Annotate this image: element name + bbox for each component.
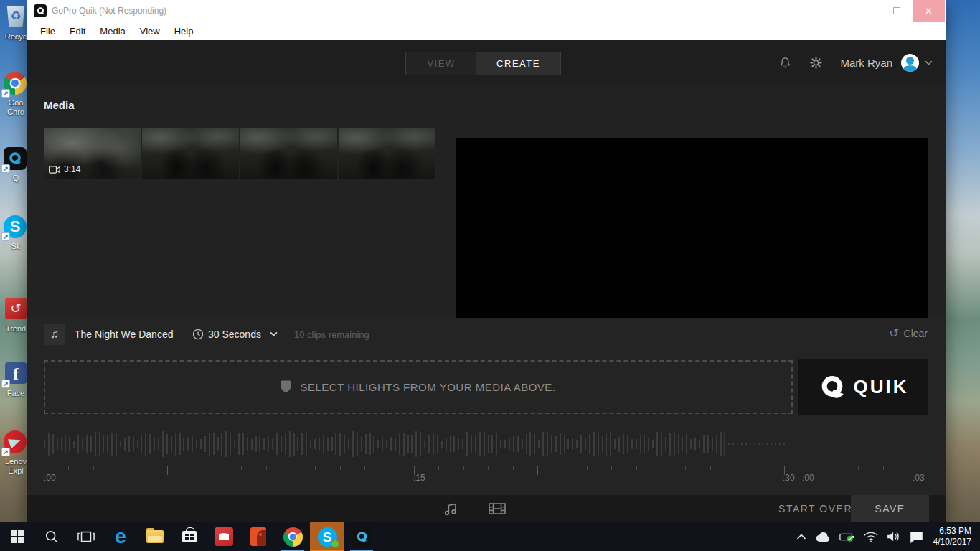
app-body: VIEW CREATE (27, 40, 946, 522)
tab-create[interactable]: CREATE (476, 52, 560, 75)
taskbar-reader-app-button[interactable] (207, 522, 241, 551)
media-thumbnails: 3:14 (44, 128, 435, 179)
book-icon (215, 527, 233, 546)
taskbar-clock[interactable]: 6:53 PM 4/10/2017 (928, 526, 980, 547)
close-button[interactable]: ✕ (913, 0, 945, 22)
view-create-toggle: VIEW CREATE (405, 52, 561, 75)
edge-icon: e (115, 527, 126, 547)
save-button[interactable]: SAVE (851, 495, 929, 522)
clear-button[interactable]: ↺ Clear (889, 328, 928, 339)
taskbar-search-button[interactable] (34, 522, 69, 551)
shortcut-arrow-icon: ↗ (1, 380, 10, 388)
chevron-down-icon[interactable] (270, 331, 278, 336)
timeline-label: :03 (913, 473, 925, 483)
media-thumbnail-4[interactable] (339, 128, 435, 179)
recycle-bin-icon: ♻ (6, 6, 26, 27)
wifi-icon[interactable] (859, 532, 882, 542)
shortcut-arrow-icon: ↗ (1, 164, 10, 173)
taskbar-quik-button[interactable] (344, 522, 379, 551)
quik-brand-text: QUIK (854, 376, 909, 398)
title-bar: GoPro Quik (Not Responding) ✕ (27, 0, 946, 22)
media-thumbnail-1[interactable]: 3:14 (44, 128, 141, 179)
store-icon (182, 531, 197, 542)
shortcut-arrow-icon: ↗ (1, 448, 10, 456)
reset-icon: ↺ (889, 328, 898, 339)
start-over-button[interactable]: START OVER (778, 503, 852, 514)
song-title[interactable]: The Night We Danced (75, 329, 173, 340)
quik-icon (352, 527, 372, 547)
minimize-button[interactable] (848, 0, 880, 22)
tray-chevron-up-icon[interactable] (792, 534, 811, 540)
skype-notification-dot (331, 540, 339, 548)
clock-icon (192, 329, 204, 340)
tab-view[interactable]: VIEW (406, 52, 476, 75)
video-preview[interactable] (456, 138, 928, 342)
menu-media[interactable]: Media (93, 26, 132, 37)
audio-waveform[interactable] (44, 427, 786, 461)
onedrive-cloud-icon[interactable] (811, 532, 835, 542)
menu-edit[interactable]: Edit (62, 26, 93, 37)
power-battery-icon[interactable] (835, 531, 859, 542)
taskbar-skype-button[interactable]: S (310, 522, 344, 551)
media-thumbnail-3[interactable] (240, 128, 337, 179)
trend-micro-icon: ↺ (5, 298, 27, 319)
media-thumbnail-2[interactable] (142, 128, 239, 179)
hilight-message: SELECT HILIGHTS FROM YOUR MEDIA ABOVE. (300, 381, 555, 393)
clock-date: 4/10/2017 (933, 537, 971, 547)
timeline-label: :15 (413, 473, 425, 483)
timeline-label: :00 (44, 473, 56, 483)
task-view-icon (77, 529, 95, 544)
music-bar: ♫ The Night We Danced 30 Seconds 10 clip… (27, 322, 946, 351)
volume-icon[interactable] (882, 531, 905, 542)
app-window-gopro-quik: GoPro Quik (Not Responding) ✕ File Edit … (27, 0, 946, 522)
taskbar-edge-button[interactable]: e (103, 522, 138, 551)
action-center-icon[interactable] (905, 531, 928, 543)
chevron-down-icon[interactable] (925, 60, 933, 65)
clip-duration: 3:14 (64, 164, 80, 174)
clock-time: 6:53 PM (933, 526, 971, 537)
duration-dropdown-value[interactable]: 30 Seconds (208, 329, 261, 340)
music-note-icon[interactable]: ♫ (44, 324, 65, 345)
frames-tool-icon[interactable] (488, 500, 507, 517)
menu-help[interactable]: Help (167, 26, 201, 37)
chrome-icon (283, 527, 303, 547)
window-title: GoPro Quik (Not Responding) (52, 6, 166, 16)
settings-gear-icon[interactable] (809, 56, 823, 70)
create-panel: ♫ The Night We Danced 30 Seconds 10 clip… (27, 318, 946, 495)
app-header: VIEW CREATE (27, 40, 946, 85)
media-heading: Media (44, 99, 75, 111)
user-name[interactable]: Mark Ryan (840, 57, 892, 69)
hilight-tag-icon (281, 380, 291, 394)
notifications-bell-icon[interactable] (778, 56, 792, 70)
menu-view[interactable]: View (133, 26, 167, 37)
taskbar-red-app-button[interactable] (241, 522, 275, 551)
menu-bar: File Edit Media View Help (27, 22, 946, 40)
quik-logo-box: QUIK (798, 359, 928, 415)
shortcut-arrow-icon: ↗ (1, 89, 10, 98)
user-avatar[interactable] (901, 54, 919, 72)
music-tool-icon[interactable] (442, 500, 459, 517)
video-camera-icon (49, 166, 60, 174)
quik-app-icon (34, 4, 47, 17)
system-tray: 6:53 PM 4/10/2017 (792, 522, 980, 551)
shortcut-arrow-icon: ↗ (1, 232, 10, 241)
file-explorer-icon (146, 530, 164, 543)
taskbar-store-button[interactable] (172, 522, 207, 551)
timeline-ruler[interactable]: :00 :15 :30 :00 :03 (44, 466, 928, 484)
footer-bar: START OVER SAVE (27, 495, 946, 522)
quik-logo-icon (818, 373, 847, 402)
clips-remaining: 10 clips remaining (294, 329, 369, 340)
maximize-button[interactable] (880, 0, 913, 22)
clip-duration-badge: 3:14 (49, 164, 80, 174)
face-app-icon (250, 527, 266, 546)
search-icon (44, 529, 60, 545)
media-section: Media 3:14 (27, 85, 946, 318)
timeline-label: :00 (802, 473, 814, 483)
hilight-dropzone[interactable]: SELECT HILIGHTS FROM YOUR MEDIA ABOVE. (44, 360, 793, 414)
taskbar-chrome-button[interactable] (275, 522, 310, 551)
windows-logo-icon (11, 530, 24, 543)
start-button[interactable] (0, 522, 34, 551)
menu-file[interactable]: File (33, 26, 62, 37)
taskbar-file-explorer-button[interactable] (138, 522, 172, 551)
task-view-button[interactable] (69, 522, 103, 551)
